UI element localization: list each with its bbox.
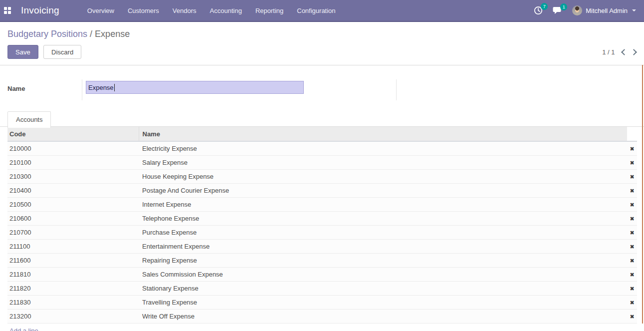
tabs-row: Accounts <box>0 111 644 127</box>
table-row: 211600 Repairing Expense ✖ <box>7 253 637 267</box>
app-brand[interactable]: Invoicing <box>21 5 59 16</box>
account-name-cell[interactable]: Telephone Expense <box>139 211 627 225</box>
delete-row-icon[interactable]: ✖ <box>630 174 634 180</box>
nav-item-vendors[interactable]: Vendors <box>173 7 197 14</box>
account-code-cell[interactable]: 210500 <box>7 197 139 211</box>
messages-button[interactable]: 1 <box>553 6 562 15</box>
navbar-menu: OverviewCustomersVendorsAccountingReport… <box>87 7 336 14</box>
table-row: 210000 Electricity Expense ✖ <box>7 141 637 155</box>
account-code-cell[interactable]: 210700 <box>7 225 139 239</box>
delete-row-icon[interactable]: ✖ <box>630 314 634 320</box>
table-row: 210700 Purchase Expense ✖ <box>7 225 637 239</box>
account-code-cell[interactable]: 211820 <box>7 281 139 295</box>
delete-row-icon[interactable]: ✖ <box>630 300 634 306</box>
pager: 1 / 1 <box>602 47 636 56</box>
activities-button[interactable]: 7 <box>534 6 543 15</box>
user-menu[interactable]: Mitchell Admin <box>572 5 636 15</box>
account-name-cell[interactable]: Stationary Expense <box>139 281 627 295</box>
delete-row-icon[interactable]: ✖ <box>630 244 634 250</box>
nav-item-overview[interactable]: Overview <box>87 7 114 14</box>
table-row: 211820 Stationary Expense ✖ <box>7 281 637 295</box>
account-name-cell[interactable]: Postage And Courier Expense <box>139 183 627 197</box>
delete-cell: ✖ <box>627 197 637 211</box>
account-code-cell[interactable]: 211600 <box>7 253 139 267</box>
account-code-cell[interactable]: 210100 <box>7 155 139 169</box>
name-label-cell: Name <box>7 79 82 100</box>
name-field-group: Name Expense <box>7 79 644 100</box>
delete-row-icon[interactable]: ✖ <box>630 202 634 208</box>
account-name-cell[interactable]: House Keeping Expense <box>139 169 627 183</box>
account-name-cell[interactable]: Internet Expense <box>139 197 627 211</box>
activity-count-badge: 7 <box>541 3 548 10</box>
delete-row-icon[interactable]: ✖ <box>630 258 634 264</box>
apps-grid-icon[interactable] <box>4 7 11 14</box>
table-row: 210500 Internet Expense ✖ <box>7 197 637 211</box>
table-row: 213200 Write Off Expense ✖ <box>7 309 637 323</box>
account-name-cell[interactable]: Purchase Expense <box>139 225 627 239</box>
account-name-cell[interactable]: Write Off Expense <box>139 309 627 323</box>
chevron-down-icon <box>632 9 636 11</box>
breadcrumb-parent-link[interactable]: Budgetary Positions <box>7 29 87 39</box>
delete-cell: ✖ <box>627 253 637 267</box>
delete-row-icon[interactable]: ✖ <box>630 286 634 292</box>
account-code-cell[interactable]: 210400 <box>7 183 139 197</box>
accounts-table-body: 210000 Electricity Expense ✖ 210100 Sala… <box>7 141 637 323</box>
top-navbar: Invoicing OverviewCustomersVendorsAccoun… <box>0 0 644 22</box>
delete-cell: ✖ <box>627 281 637 295</box>
pager-next-button[interactable] <box>631 49 637 55</box>
accounts-table: Code Name 210000 Electricity Expense ✖ 2… <box>7 127 637 324</box>
account-code-cell[interactable]: 211100 <box>7 239 139 253</box>
delete-cell: ✖ <box>627 155 637 169</box>
pager-value: 1 / 1 <box>602 48 615 56</box>
nav-item-configuration[interactable]: Configuration <box>297 7 335 14</box>
account-name-cell[interactable]: Electricity Expense <box>139 141 627 155</box>
nav-item-customers[interactable]: Customers <box>128 7 159 14</box>
column-header-code[interactable]: Code <box>7 127 139 141</box>
account-name-cell[interactable]: Sales Commission Expense <box>139 267 627 281</box>
account-code-cell[interactable]: 210600 <box>7 211 139 225</box>
account-code-cell[interactable]: 211830 <box>7 295 139 309</box>
table-row: 211830 Travelling Expense ✖ <box>7 295 637 309</box>
account-name-cell[interactable]: Entertainment Expense <box>139 239 627 253</box>
account-name-cell[interactable]: Travelling Expense <box>139 295 627 309</box>
control-panel: Budgetary Positions / Expense Save Disca… <box>0 22 644 65</box>
discard-button[interactable]: Discard <box>43 45 81 59</box>
table-row: 210600 Telephone Expense ✖ <box>7 211 637 225</box>
delete-cell: ✖ <box>627 183 637 197</box>
add-a-line-link[interactable]: Add a line <box>9 327 38 331</box>
delete-cell: ✖ <box>627 169 637 183</box>
name-field-label: Name <box>7 85 25 92</box>
tab-accounts[interactable]: Accounts <box>7 111 51 128</box>
delete-row-icon[interactable]: ✖ <box>630 146 634 152</box>
notebook: Accounts Code Name 210000 Electricity Ex… <box>0 111 644 331</box>
form-buttons: Save Discard <box>7 45 81 59</box>
column-header-name[interactable]: Name <box>139 127 627 141</box>
name-value-cell: Expense <box>82 79 397 100</box>
account-name-cell[interactable]: Repairing Expense <box>139 253 627 267</box>
delete-cell: ✖ <box>627 141 637 155</box>
table-row: 211100 Entertainment Expense ✖ <box>7 239 637 253</box>
delete-row-icon[interactable]: ✖ <box>630 188 634 194</box>
table-row: 210400 Postage And Courier Expense ✖ <box>7 183 637 197</box>
nav-item-accounting[interactable]: Accounting <box>210 7 242 14</box>
account-name-cell[interactable]: Salary Expense <box>139 155 627 169</box>
delete-row-icon[interactable]: ✖ <box>630 230 634 236</box>
message-count-badge: 1 <box>560 3 567 10</box>
save-button[interactable]: Save <box>7 45 38 59</box>
systray: 7 1 Mitchell Admin <box>534 5 644 15</box>
account-code-cell[interactable]: 210300 <box>7 169 139 183</box>
page: Invoicing OverviewCustomersVendorsAccoun… <box>0 0 644 331</box>
delete-row-icon[interactable]: ✖ <box>630 272 634 278</box>
delete-row-icon[interactable]: ✖ <box>630 216 634 222</box>
account-code-cell[interactable]: 213200 <box>7 309 139 323</box>
delete-row-icon[interactable]: ✖ <box>630 160 634 166</box>
user-avatar <box>572 5 582 15</box>
text-cursor <box>114 84 115 91</box>
pager-previous-button[interactable] <box>621 49 628 55</box>
account-code-cell[interactable]: 210000 <box>7 141 139 155</box>
nav-item-reporting[interactable]: Reporting <box>255 7 283 14</box>
delete-cell: ✖ <box>627 225 637 239</box>
account-code-cell[interactable]: 211810 <box>7 267 139 281</box>
delete-cell: ✖ <box>627 309 637 323</box>
name-input[interactable]: Expense <box>86 81 304 94</box>
